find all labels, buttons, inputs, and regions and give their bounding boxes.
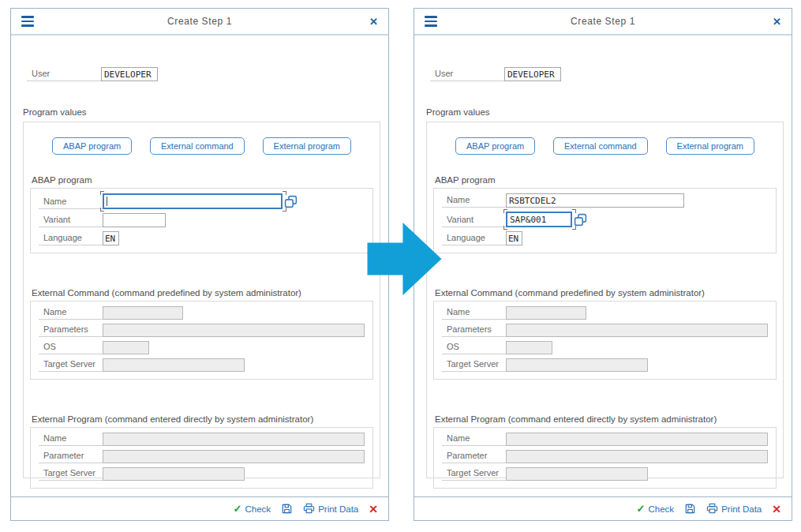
value-help-icon[interactable]	[574, 213, 587, 227]
check-label: Check	[649, 504, 675, 514]
check-button[interactable]: ✓ Check	[637, 503, 675, 515]
ext-prog-target-server-input	[506, 467, 648, 481]
abap-language-input[interactable]	[103, 231, 119, 245]
external-command-button[interactable]: External command	[553, 137, 648, 155]
field-row-parameters: Parameters	[442, 324, 768, 337]
field-row-target-server: Target Server	[442, 358, 768, 372]
hamburger-menu-icon[interactable]	[425, 16, 437, 27]
external-program-section: External Program (command entered direct…	[30, 414, 373, 489]
program-values-label: Program values	[23, 107, 379, 117]
abap-name-input[interactable]	[506, 193, 684, 208]
abap-language-input[interactable]	[506, 231, 522, 245]
abap-variant-input[interactable]	[506, 212, 572, 227]
field-row-target-server: Target Server	[442, 467, 768, 481]
cancel-icon[interactable]: ✕	[772, 503, 781, 515]
ext-cmd-os-input	[103, 341, 149, 354]
print-data-button[interactable]: Print Data	[706, 503, 762, 515]
field-row-target-server: Target Server	[39, 467, 365, 481]
value-help-icon[interactable]	[284, 195, 298, 208]
abap-program-fields: Name Va	[30, 188, 373, 253]
field-row-name: Name	[442, 433, 768, 446]
os-label: OS	[39, 342, 103, 354]
user-row: User	[430, 67, 782, 81]
user-input[interactable]	[504, 67, 561, 81]
external-command-section-label: External Command (command predefined by …	[435, 288, 777, 298]
parameter-label: Parameter	[442, 451, 506, 463]
abap-program-button[interactable]: ABAP program	[455, 137, 535, 155]
external-program-fields: Name Parameter Target Server	[30, 427, 373, 489]
dialog-title: Create Step 1	[11, 16, 388, 27]
print-data-button[interactable]: Print Data	[303, 503, 358, 515]
field-row-parameter: Parameter	[39, 450, 365, 463]
field-row-name: Name	[442, 306, 768, 320]
dialog-footer: ✓ Check Print Data ✕	[414, 496, 792, 520]
external-command-section-label: External Command (command predefined by …	[32, 288, 373, 298]
external-program-button[interactable]: External program	[666, 137, 754, 155]
external-program-section: External Program (command entered direct…	[433, 414, 777, 489]
field-row-variant: Variant	[39, 213, 365, 227]
dialog-header: Create Step 1 ✕	[414, 9, 792, 36]
name-label: Name	[442, 195, 506, 208]
abap-program-fields: Name Variant	[433, 188, 777, 253]
name-label: Name	[39, 197, 103, 209]
external-program-fields: Name Parameter Target Server	[433, 427, 777, 489]
external-program-section-label: External Program (command entered direct…	[32, 414, 373, 424]
field-row-name: Name	[39, 193, 365, 209]
check-label: Check	[245, 504, 271, 514]
dialog-body: User Program values ABAP program Externa…	[11, 67, 388, 478]
name-label: Name	[442, 307, 506, 320]
field-row-language: Language	[39, 231, 365, 245]
target-server-label: Target Server	[39, 468, 103, 481]
close-icon[interactable]: ✕	[773, 16, 781, 28]
field-row-target-server: Target Server	[39, 358, 365, 372]
dialog-header: Create Step 1 ✕	[11, 9, 388, 36]
save-button[interactable]	[281, 503, 293, 515]
abap-name-input[interactable]	[103, 193, 283, 209]
field-row-os: OS	[442, 341, 768, 354]
print-data-label: Print Data	[318, 504, 358, 514]
field-row-parameter: Parameter	[442, 450, 768, 463]
program-type-buttons: ABAP program External command External p…	[24, 137, 380, 155]
ext-cmd-target-server-input	[506, 358, 648, 372]
external-command-fields: Name Parameters OS Target Server	[30, 301, 373, 380]
external-program-section-label: External Program (command entered direct…	[435, 414, 777, 424]
external-program-button[interactable]: External program	[263, 137, 351, 155]
parameters-label: Parameters	[39, 324, 103, 337]
user-row: User	[27, 67, 379, 81]
parameter-label: Parameter	[39, 451, 103, 463]
check-button[interactable]: ✓ Check	[234, 503, 271, 515]
dialog-before: Create Step 1 ✕ User Program values ABAP…	[10, 8, 389, 521]
dialog-footer: ✓ Check Print Data ✕	[11, 496, 388, 520]
hamburger-menu-icon[interactable]	[21, 16, 34, 27]
external-command-button[interactable]: External command	[150, 137, 245, 155]
transition-arrow-icon	[367, 222, 443, 296]
save-icon	[281, 503, 293, 515]
user-label: User	[430, 69, 504, 81]
field-row-language: Language	[442, 231, 768, 245]
program-values-label: Program values	[426, 107, 782, 117]
variant-label: Variant	[39, 215, 103, 227]
cancel-icon[interactable]: ✕	[369, 503, 378, 515]
program-values-box: ABAP program External command External p…	[23, 122, 380, 478]
variant-label: Variant	[442, 215, 506, 227]
text-caret	[107, 197, 107, 206]
close-icon[interactable]: ✕	[369, 16, 378, 28]
abap-program-section-label: ABAP program	[435, 175, 777, 185]
save-icon	[684, 503, 696, 515]
ext-prog-name-input	[506, 433, 768, 446]
dialog-title: Create Step 1	[414, 16, 792, 27]
user-input[interactable]	[101, 67, 158, 81]
target-server-label: Target Server	[442, 468, 506, 481]
field-row-variant: Variant	[442, 212, 768, 227]
program-values-box: ABAP program External command External p…	[426, 122, 784, 478]
os-label: OS	[442, 342, 506, 354]
ext-prog-parameter-input	[103, 450, 365, 463]
ext-cmd-os-input	[506, 341, 552, 354]
abap-variant-input[interactable]	[103, 213, 166, 227]
abap-program-section: ABAP program Name	[30, 175, 373, 253]
save-button[interactable]	[684, 503, 696, 515]
screenshot-canvas: Create Step 1 ✕ User Program values ABAP…	[0, 0, 801, 532]
printer-icon	[706, 503, 718, 515]
abap-program-button[interactable]: ABAP program	[52, 137, 132, 155]
check-icon: ✓	[234, 503, 242, 515]
